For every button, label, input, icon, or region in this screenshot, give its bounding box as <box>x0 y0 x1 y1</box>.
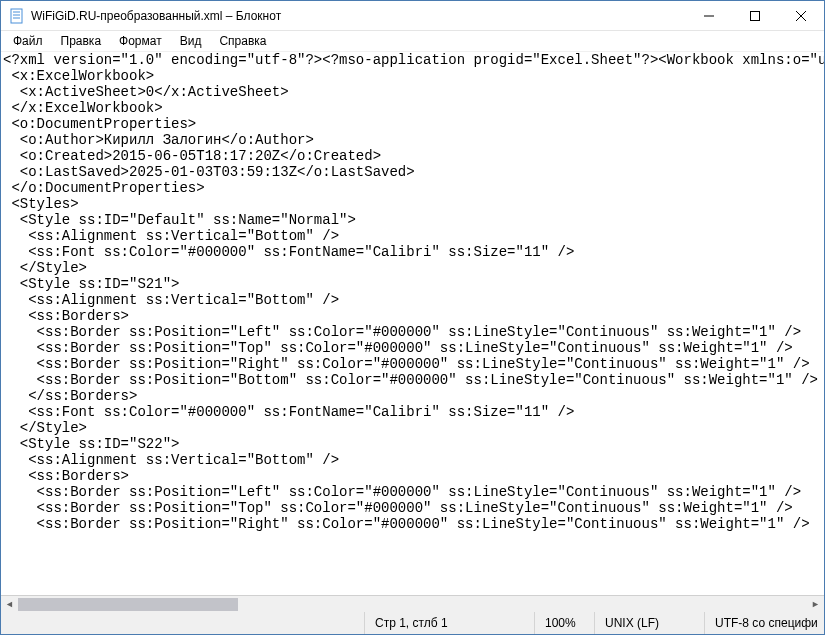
scroll-right-arrow-icon[interactable]: ► <box>807 596 824 613</box>
scroll-track[interactable] <box>18 596 807 612</box>
minimize-button[interactable] <box>686 1 732 30</box>
window-title: WiFiGiD.RU-преобразованный.xml – Блокнот <box>31 9 686 23</box>
status-zoom: 100% <box>534 612 594 634</box>
svg-rect-0 <box>11 9 22 23</box>
statusbar: Стр 1, стлб 1 100% UNIX (LF) UTF-8 со сп… <box>1 612 824 634</box>
text-area-container: <?xml version="1.0" encoding="utf-8"?><?… <box>1 51 824 595</box>
menu-view[interactable]: Вид <box>172 33 210 49</box>
menubar: Файл Правка Формат Вид Справка <box>1 31 824 51</box>
scroll-thumb[interactable] <box>18 598 238 611</box>
menu-edit[interactable]: Правка <box>53 33 110 49</box>
status-spacer <box>1 612 364 634</box>
status-line-ending: UNIX (LF) <box>594 612 704 634</box>
text-editor[interactable]: <?xml version="1.0" encoding="utf-8"?><?… <box>1 52 824 595</box>
window-controls <box>686 1 824 30</box>
horizontal-scrollbar[interactable]: ◄ ► <box>1 595 824 612</box>
status-position: Стр 1, стлб 1 <box>364 612 534 634</box>
menu-format[interactable]: Формат <box>111 33 170 49</box>
maximize-button[interactable] <box>732 1 778 30</box>
notepad-icon <box>9 8 25 24</box>
menu-help[interactable]: Справка <box>211 33 274 49</box>
menu-file[interactable]: Файл <box>5 33 51 49</box>
scroll-left-arrow-icon[interactable]: ◄ <box>1 596 18 613</box>
close-button[interactable] <box>778 1 824 30</box>
titlebar: WiFiGiD.RU-преобразованный.xml – Блокнот <box>1 1 824 31</box>
svg-rect-5 <box>751 11 760 20</box>
status-encoding: UTF-8 со специфи <box>704 612 824 634</box>
